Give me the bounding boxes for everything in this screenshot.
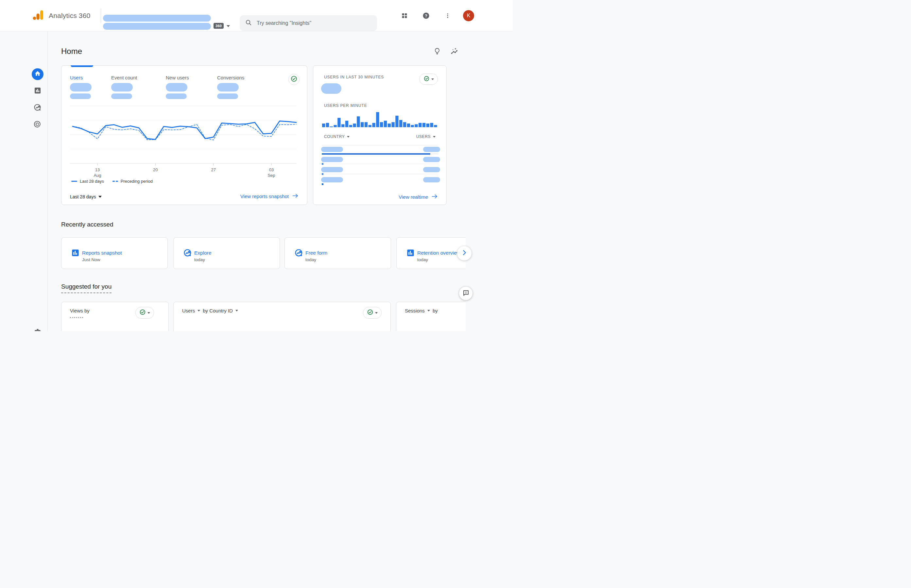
chevron-down-icon[interactable] bbox=[227, 25, 230, 27]
data-quality-dropdown[interactable] bbox=[363, 307, 382, 319]
chevron-down-icon[interactable] bbox=[235, 310, 238, 312]
data-quality-check-button[interactable] bbox=[288, 74, 299, 85]
page-title: Home bbox=[61, 47, 82, 56]
recent-card-free-form[interactable]: Free form today bbox=[285, 237, 391, 269]
table-divider bbox=[322, 145, 438, 145]
suggested-card-users-by-country[interactable]: Users by Country ID bbox=[173, 302, 391, 331]
card-title: Views by bbox=[70, 308, 90, 313]
check-circle-icon bbox=[367, 309, 374, 317]
check-circle-icon bbox=[139, 309, 146, 317]
data-quality-dropdown[interactable] bbox=[135, 307, 154, 319]
country-cell-redacted bbox=[321, 157, 343, 162]
card-title: Sessions by bbox=[405, 308, 438, 313]
realtime-card: USERS IN LAST 30 MINUTES USERS PER MINUT… bbox=[313, 65, 447, 205]
feedback-icon bbox=[462, 289, 469, 298]
date-range-selector[interactable]: Last 28 days bbox=[70, 194, 102, 199]
insights-lightbulb-icon[interactable] bbox=[431, 45, 443, 58]
header-divider bbox=[101, 8, 101, 23]
new-users-delta-redacted bbox=[166, 94, 187, 99]
conversions-value-redacted bbox=[217, 83, 239, 92]
users-column-header[interactable]: USERS bbox=[416, 134, 435, 139]
conversions-delta-redacted bbox=[217, 94, 238, 99]
users-progress-track bbox=[430, 153, 439, 154]
svg-text:20: 20 bbox=[153, 167, 158, 172]
search-icon bbox=[245, 19, 252, 27]
users-cell-redacted bbox=[423, 177, 440, 183]
users-cell-redacted bbox=[423, 167, 440, 172]
sidebar-item-home[interactable] bbox=[32, 68, 44, 80]
sidebar-item-reports[interactable] bbox=[32, 85, 44, 97]
account-name-redacted bbox=[103, 15, 211, 21]
svg-text:?: ? bbox=[425, 13, 427, 18]
users-progress-bar bbox=[322, 153, 430, 155]
chevron-down-icon bbox=[99, 196, 102, 198]
nav-sidebar bbox=[0, 31, 47, 331]
explore-icon bbox=[294, 249, 303, 259]
legend-preceding-period: Preceding period bbox=[112, 179, 153, 184]
users-last-30min-value-redacted bbox=[321, 83, 341, 94]
chevron-down-icon[interactable] bbox=[197, 310, 200, 312]
table-row[interactable] bbox=[313, 157, 447, 167]
card-title: Users by Country ID bbox=[182, 308, 238, 313]
recently-accessed-carousel: Reports snapshot Just Now Explore today … bbox=[61, 237, 466, 269]
chevron-down-icon[interactable] bbox=[427, 310, 430, 312]
view-realtime-link[interactable]: View realtime bbox=[399, 194, 438, 200]
recently-accessed-heading: Recently accessed bbox=[61, 221, 113, 228]
suggested-card-views-by[interactable]: Views by bbox=[61, 302, 169, 331]
avatar[interactable]: K bbox=[463, 10, 474, 21]
search-bar[interactable] bbox=[239, 15, 377, 31]
analytics-logo[interactable]: Analytics 360 bbox=[33, 10, 91, 21]
users-per-minute-bar-chart[interactable] bbox=[322, 111, 437, 128]
apps-grid-icon[interactable] bbox=[398, 10, 411, 22]
country-column-header[interactable]: COUNTRY bbox=[324, 134, 350, 139]
chevron-down-icon bbox=[431, 78, 434, 80]
sidebar-item-admin[interactable] bbox=[32, 327, 44, 331]
recent-card-reports-snapshot[interactable]: Reports snapshot Just Now bbox=[61, 237, 168, 269]
arrow-right-icon bbox=[292, 193, 299, 199]
chevron-down-icon bbox=[375, 312, 378, 314]
reports-icon bbox=[406, 249, 415, 258]
svg-text:Aug: Aug bbox=[94, 173, 101, 178]
view-reports-snapshot-link[interactable]: View reports snapshot bbox=[240, 193, 299, 199]
check-circle-icon bbox=[424, 76, 430, 83]
country-cell-redacted bbox=[321, 147, 343, 152]
realtime-status-dropdown[interactable] bbox=[419, 74, 438, 85]
table-row[interactable] bbox=[313, 167, 447, 177]
analytics-logo-icon bbox=[33, 10, 44, 21]
overview-metrics-card: Users Event count New users Conversions … bbox=[61, 65, 307, 205]
carousel-next-button[interactable] bbox=[457, 246, 471, 260]
sidebar-divider bbox=[47, 31, 48, 331]
legend-last-28-days: Last 28 days bbox=[71, 179, 104, 184]
suggested-heading: Suggested for you bbox=[61, 283, 112, 293]
home-icon bbox=[34, 70, 41, 78]
table-row[interactable] bbox=[313, 147, 447, 157]
realtime-title: USERS IN LAST 30 MINUTES bbox=[324, 75, 384, 79]
sidebar-item-explore[interactable] bbox=[32, 102, 44, 114]
users-value-redacted bbox=[70, 83, 92, 92]
search-input[interactable] bbox=[257, 20, 372, 26]
chevron-down-icon bbox=[347, 136, 350, 137]
app-header: Analytics 360 360 ? bbox=[0, 0, 513, 31]
svg-text:13: 13 bbox=[95, 167, 100, 172]
users-delta-redacted bbox=[70, 94, 91, 99]
users-progress-track bbox=[322, 164, 439, 164]
redacted-dimension bbox=[70, 317, 83, 318]
insights-sparkline-icon[interactable] bbox=[448, 45, 460, 58]
svg-text:27: 27 bbox=[211, 167, 215, 172]
users-trend-line-chart[interactable]: 13Aug202703Sep bbox=[70, 103, 299, 178]
help-icon[interactable]: ? bbox=[420, 10, 432, 22]
feedback-button[interactable] bbox=[459, 287, 472, 300]
product-name: Analytics 360 bbox=[49, 12, 91, 19]
recent-card-explore[interactable]: Explore today bbox=[173, 237, 280, 269]
reports-icon bbox=[34, 87, 42, 96]
table-row[interactable] bbox=[313, 177, 447, 187]
country-cell-redacted bbox=[321, 167, 343, 172]
recent-card-retention-overview[interactable]: Retention overview today bbox=[396, 237, 466, 269]
sidebar-item-advertising[interactable] bbox=[32, 119, 44, 131]
explore-icon bbox=[183, 249, 192, 259]
suggested-card-sessions-by[interactable]: Sessions by bbox=[396, 302, 466, 331]
users-cell-redacted bbox=[423, 147, 440, 152]
chevron-down-icon bbox=[147, 312, 150, 314]
kebab-menu-icon[interactable] bbox=[442, 10, 454, 22]
property-name-redacted bbox=[103, 23, 211, 30]
